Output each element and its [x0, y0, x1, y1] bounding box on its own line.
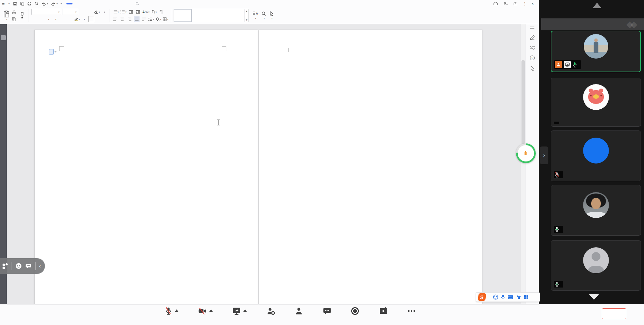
- annotate-pen-icon[interactable]: [530, 35, 535, 40]
- chat-button[interactable]: [323, 307, 332, 316]
- undo-button[interactable]: ▾: [42, 0, 48, 7]
- participant-tile[interactable]: [551, 130, 641, 181]
- record-button[interactable]: [351, 307, 359, 316]
- document-page-1[interactable]: [34, 30, 258, 325]
- clear-format-button[interactable]: ▾: [94, 9, 100, 15]
- style-scroll-down-icon[interactable]: ▼: [245, 19, 248, 21]
- smart-tag-icon[interactable]: [49, 49, 54, 55]
- skin-icon[interactable]: [516, 295, 521, 299]
- justify-button[interactable]: [134, 16, 140, 22]
- share-screen-button[interactable]: [232, 307, 241, 316]
- more-button[interactable]: [407, 307, 416, 316]
- leave-meeting-button[interactable]: [602, 308, 626, 319]
- document-page-2[interactable]: [259, 30, 482, 325]
- style-scroll-up-icon[interactable]: ▲: [245, 10, 248, 12]
- format-painter-button[interactable]: [18, 9, 26, 22]
- shading-button[interactable]: ▾: [156, 16, 161, 22]
- participants-scroll-up-icon[interactable]: [593, 3, 601, 8]
- text-effects-button[interactable]: ▾: [101, 9, 107, 15]
- document-canvas[interactable]: ?: [0, 24, 539, 325]
- collapse-pill-icon[interactable]: ‹: [39, 263, 41, 269]
- decrease-indent-button[interactable]: [128, 9, 134, 15]
- style-heading-3[interactable]: [227, 9, 245, 22]
- voice-input-icon[interactable]: [501, 294, 505, 300]
- help-icon[interactable]: ?: [530, 55, 535, 61]
- numbered-list-button[interactable]: ▾: [120, 9, 127, 15]
- tab-view[interactable]: [102, 3, 108, 4]
- share-button[interactable]: [513, 2, 518, 5]
- document-scrollbar[interactable]: [521, 24, 526, 325]
- adjust-sliders-icon[interactable]: [530, 45, 535, 50]
- grow-font-button[interactable]: [80, 9, 85, 15]
- sidebar-collapse-handle[interactable]: ›: [540, 146, 548, 164]
- participant-tile[interactable]: [551, 78, 641, 127]
- export-icon[interactable]: [20, 1, 25, 6]
- print-icon[interactable]: [27, 1, 32, 6]
- character-border-button[interactable]: [88, 16, 94, 22]
- more-menu-icon[interactable]: ⋮: [523, 1, 527, 6]
- style-normal[interactable]: [174, 9, 192, 22]
- style-heading-2[interactable]: [209, 9, 227, 22]
- select-tool[interactable]: ▾: [270, 9, 274, 22]
- cut-button[interactable]: [12, 9, 17, 15]
- text-direction-button[interactable]: ▾: [151, 9, 157, 15]
- quickbar-more-icon[interactable]: ▾: [61, 2, 62, 5]
- align-right-button[interactable]: [127, 16, 132, 22]
- underline-button[interactable]: ▾: [46, 16, 51, 22]
- style-heading-1[interactable]: [192, 9, 209, 22]
- tab-insert[interactable]: [74, 3, 80, 4]
- tab-section[interactable]: [109, 3, 115, 4]
- save-icon[interactable]: [13, 1, 17, 6]
- shrink-font-button[interactable]: [87, 9, 93, 15]
- tab-member[interactable]: [124, 3, 130, 4]
- collapse-ribbon-icon[interactable]: ∧: [531, 1, 534, 6]
- toolbox-icon[interactable]: [524, 295, 529, 299]
- asian-layout-button[interactable]: A⇅▾: [142, 9, 150, 15]
- highlight-button[interactable]: ▾: [74, 16, 80, 22]
- emoji-reaction-icon[interactable]: [15, 262, 22, 270]
- superscript-button[interactable]: [60, 16, 66, 22]
- live-stream-button[interactable]: [379, 307, 388, 316]
- hamburger-menu-icon[interactable]: ≡: [2, 1, 5, 6]
- bullet-list-button[interactable]: ▾: [112, 9, 119, 15]
- redo-button[interactable]: ▾: [51, 0, 58, 7]
- distribute-button[interactable]: [141, 16, 147, 22]
- align-center-button[interactable]: [119, 16, 125, 22]
- strikethrough-button[interactable]: ▾: [53, 16, 59, 22]
- italic-button[interactable]: [38, 16, 44, 22]
- participants-scroll-down-icon[interactable]: [589, 294, 599, 300]
- subscript-button[interactable]: [67, 16, 73, 22]
- font-size-select[interactable]: ▾: [63, 9, 78, 15]
- font-color-button[interactable]: ▾: [81, 16, 87, 22]
- copy-button[interactable]: [12, 16, 17, 22]
- start-video-button[interactable]: [198, 307, 207, 316]
- shapes-grid-icon[interactable]: [2, 262, 8, 270]
- tab-page-layout[interactable]: [81, 3, 87, 4]
- line-spacing-button[interactable]: ▾: [148, 16, 154, 22]
- paste-button[interactable]: ▾: [2, 9, 11, 22]
- font-family-select[interactable]: ▾: [31, 9, 61, 15]
- command-search[interactable]: [135, 2, 141, 5]
- participant-tile[interactable]: [551, 185, 641, 236]
- participant-tile-sharing[interactable]: [551, 31, 641, 72]
- tab-developer[interactable]: [116, 3, 123, 4]
- tab-references[interactable]: [88, 3, 94, 4]
- cloud-sync-status[interactable]: [493, 2, 499, 5]
- sogou-logo-icon[interactable]: S: [478, 293, 486, 301]
- unmute-button[interactable]: [164, 307, 173, 316]
- find-replace-tool[interactable]: ▾: [261, 9, 266, 22]
- tab-home[interactable]: [66, 3, 73, 4]
- select-cursor-icon[interactable]: [530, 66, 535, 71]
- members-button[interactable]: [294, 307, 303, 316]
- show-paragraph-marks-button[interactable]: [158, 9, 164, 15]
- bold-button[interactable]: [31, 16, 37, 22]
- align-left-button[interactable]: [112, 16, 118, 22]
- participant-tile[interactable]: [551, 240, 641, 291]
- collaborate-button[interactable]: [503, 2, 509, 5]
- invite-button[interactable]: [266, 307, 275, 316]
- keyboard-icon[interactable]: [508, 295, 514, 299]
- text-layout-tool[interactable]: A ▾: [253, 9, 258, 22]
- increase-indent-button[interactable]: [135, 9, 141, 15]
- tab-review[interactable]: [95, 3, 101, 4]
- file-menu[interactable]: ▾: [8, 2, 10, 5]
